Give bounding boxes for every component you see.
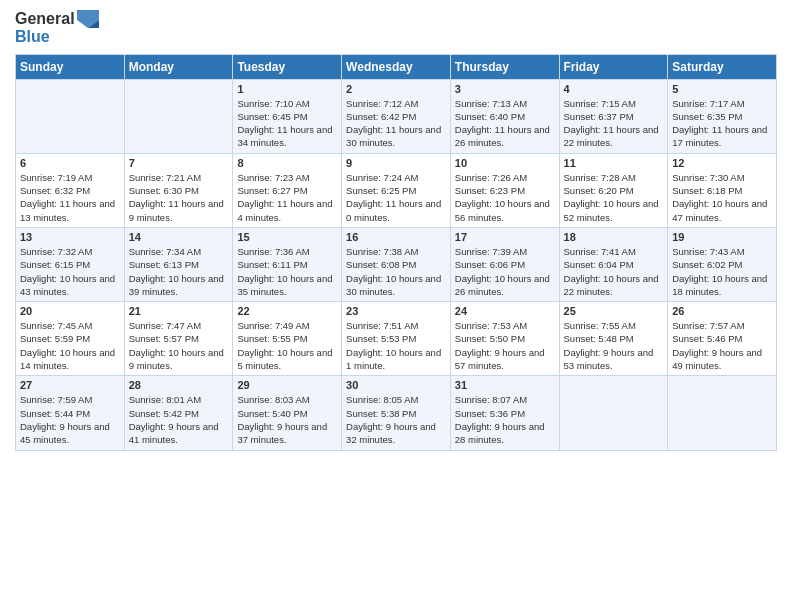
day-number: 31 [455, 379, 555, 391]
calendar-cell: 26Sunrise: 7:57 AMSunset: 5:46 PMDayligh… [668, 302, 777, 376]
col-header-sunday: Sunday [16, 54, 125, 79]
day-number: 11 [564, 157, 664, 169]
day-info: Sunrise: 7:21 AMSunset: 6:30 PMDaylight:… [129, 171, 229, 224]
calendar-cell: 9Sunrise: 7:24 AMSunset: 6:25 PMDaylight… [342, 153, 451, 227]
day-info: Sunrise: 8:01 AMSunset: 5:42 PMDaylight:… [129, 393, 229, 446]
day-number: 18 [564, 231, 664, 243]
logo: General Blue [15, 10, 99, 46]
daylight-text: Daylight: 9 hours and 49 minutes. [672, 346, 772, 373]
sunset-text: Sunset: 6:40 PM [455, 110, 555, 123]
day-number: 2 [346, 83, 446, 95]
calendar-cell: 3Sunrise: 7:13 AMSunset: 6:40 PMDaylight… [450, 79, 559, 153]
day-info: Sunrise: 7:47 AMSunset: 5:57 PMDaylight:… [129, 319, 229, 372]
sunrise-text: Sunrise: 7:21 AM [129, 171, 229, 184]
daylight-text: Daylight: 10 hours and 26 minutes. [455, 272, 555, 299]
daylight-text: Daylight: 10 hours and 5 minutes. [237, 346, 337, 373]
day-number: 29 [237, 379, 337, 391]
day-number: 28 [129, 379, 229, 391]
day-info: Sunrise: 7:38 AMSunset: 6:08 PMDaylight:… [346, 245, 446, 298]
week-row-5: 27Sunrise: 7:59 AMSunset: 5:44 PMDayligh… [16, 376, 777, 450]
daylight-text: Daylight: 10 hours and 9 minutes. [129, 346, 229, 373]
calendar-cell: 10Sunrise: 7:26 AMSunset: 6:23 PMDayligh… [450, 153, 559, 227]
day-number: 27 [20, 379, 120, 391]
day-number: 8 [237, 157, 337, 169]
col-header-monday: Monday [124, 54, 233, 79]
sunset-text: Sunset: 6:25 PM [346, 184, 446, 197]
sunrise-text: Sunrise: 7:17 AM [672, 97, 772, 110]
col-header-saturday: Saturday [668, 54, 777, 79]
sunrise-text: Sunrise: 8:03 AM [237, 393, 337, 406]
day-info: Sunrise: 7:30 AMSunset: 6:18 PMDaylight:… [672, 171, 772, 224]
sunrise-text: Sunrise: 7:41 AM [564, 245, 664, 258]
calendar-cell: 16Sunrise: 7:38 AMSunset: 6:08 PMDayligh… [342, 227, 451, 301]
day-number: 24 [455, 305, 555, 317]
sunrise-text: Sunrise: 7:15 AM [564, 97, 664, 110]
sunset-text: Sunset: 5:50 PM [455, 332, 555, 345]
day-number: 7 [129, 157, 229, 169]
daylight-text: Daylight: 10 hours and 1 minute. [346, 346, 446, 373]
day-info: Sunrise: 7:39 AMSunset: 6:06 PMDaylight:… [455, 245, 555, 298]
sunset-text: Sunset: 6:35 PM [672, 110, 772, 123]
col-header-thursday: Thursday [450, 54, 559, 79]
calendar-cell: 27Sunrise: 7:59 AMSunset: 5:44 PMDayligh… [16, 376, 125, 450]
calendar-cell: 1Sunrise: 7:10 AMSunset: 6:45 PMDaylight… [233, 79, 342, 153]
sunrise-text: Sunrise: 7:26 AM [455, 171, 555, 184]
daylight-text: Daylight: 11 hours and 4 minutes. [237, 197, 337, 224]
calendar-cell: 12Sunrise: 7:30 AMSunset: 6:18 PMDayligh… [668, 153, 777, 227]
sunset-text: Sunset: 5:46 PM [672, 332, 772, 345]
sunset-text: Sunset: 6:04 PM [564, 258, 664, 271]
sunrise-text: Sunrise: 7:23 AM [237, 171, 337, 184]
calendar-cell: 20Sunrise: 7:45 AMSunset: 5:59 PMDayligh… [16, 302, 125, 376]
sunrise-text: Sunrise: 8:05 AM [346, 393, 446, 406]
sunrise-text: Sunrise: 7:10 AM [237, 97, 337, 110]
sunrise-text: Sunrise: 7:28 AM [564, 171, 664, 184]
day-number: 14 [129, 231, 229, 243]
sunset-text: Sunset: 6:13 PM [129, 258, 229, 271]
day-number: 26 [672, 305, 772, 317]
calendar-cell: 29Sunrise: 8:03 AMSunset: 5:40 PMDayligh… [233, 376, 342, 450]
day-info: Sunrise: 7:23 AMSunset: 6:27 PMDaylight:… [237, 171, 337, 224]
calendar-cell: 6Sunrise: 7:19 AMSunset: 6:32 PMDaylight… [16, 153, 125, 227]
daylight-text: Daylight: 9 hours and 41 minutes. [129, 420, 229, 447]
sunset-text: Sunset: 6:32 PM [20, 184, 120, 197]
calendar-cell: 5Sunrise: 7:17 AMSunset: 6:35 PMDaylight… [668, 79, 777, 153]
daylight-text: Daylight: 9 hours and 32 minutes. [346, 420, 446, 447]
calendar-cell: 17Sunrise: 7:39 AMSunset: 6:06 PMDayligh… [450, 227, 559, 301]
calendar-cell: 30Sunrise: 8:05 AMSunset: 5:38 PMDayligh… [342, 376, 451, 450]
day-info: Sunrise: 7:24 AMSunset: 6:25 PMDaylight:… [346, 171, 446, 224]
sunrise-text: Sunrise: 7:13 AM [455, 97, 555, 110]
sunrise-text: Sunrise: 7:38 AM [346, 245, 446, 258]
sunset-text: Sunset: 6:20 PM [564, 184, 664, 197]
day-info: Sunrise: 7:10 AMSunset: 6:45 PMDaylight:… [237, 97, 337, 150]
week-row-1: 1Sunrise: 7:10 AMSunset: 6:45 PMDaylight… [16, 79, 777, 153]
calendar-cell [668, 376, 777, 450]
calendar-cell: 2Sunrise: 7:12 AMSunset: 6:42 PMDaylight… [342, 79, 451, 153]
daylight-text: Daylight: 9 hours and 57 minutes. [455, 346, 555, 373]
daylight-text: Daylight: 10 hours and 43 minutes. [20, 272, 120, 299]
day-info: Sunrise: 7:32 AMSunset: 6:15 PMDaylight:… [20, 245, 120, 298]
sunset-text: Sunset: 5:44 PM [20, 407, 120, 420]
day-number: 1 [237, 83, 337, 95]
day-info: Sunrise: 7:49 AMSunset: 5:55 PMDaylight:… [237, 319, 337, 372]
sunset-text: Sunset: 6:27 PM [237, 184, 337, 197]
logo-container: General Blue [15, 10, 99, 46]
calendar-cell: 19Sunrise: 7:43 AMSunset: 6:02 PMDayligh… [668, 227, 777, 301]
calendar-cell [559, 376, 668, 450]
day-info: Sunrise: 7:55 AMSunset: 5:48 PMDaylight:… [564, 319, 664, 372]
week-row-3: 13Sunrise: 7:32 AMSunset: 6:15 PMDayligh… [16, 227, 777, 301]
day-info: Sunrise: 7:53 AMSunset: 5:50 PMDaylight:… [455, 319, 555, 372]
day-info: Sunrise: 7:26 AMSunset: 6:23 PMDaylight:… [455, 171, 555, 224]
daylight-text: Daylight: 10 hours and 47 minutes. [672, 197, 772, 224]
calendar-cell [124, 79, 233, 153]
sunrise-text: Sunrise: 7:34 AM [129, 245, 229, 258]
day-number: 9 [346, 157, 446, 169]
calendar-cell: 21Sunrise: 7:47 AMSunset: 5:57 PMDayligh… [124, 302, 233, 376]
day-info: Sunrise: 7:34 AMSunset: 6:13 PMDaylight:… [129, 245, 229, 298]
daylight-text: Daylight: 11 hours and 26 minutes. [455, 123, 555, 150]
day-info: Sunrise: 7:15 AMSunset: 6:37 PMDaylight:… [564, 97, 664, 150]
daylight-text: Daylight: 11 hours and 9 minutes. [129, 197, 229, 224]
sunrise-text: Sunrise: 7:55 AM [564, 319, 664, 332]
calendar-cell: 8Sunrise: 7:23 AMSunset: 6:27 PMDaylight… [233, 153, 342, 227]
day-number: 15 [237, 231, 337, 243]
sunrise-text: Sunrise: 7:57 AM [672, 319, 772, 332]
